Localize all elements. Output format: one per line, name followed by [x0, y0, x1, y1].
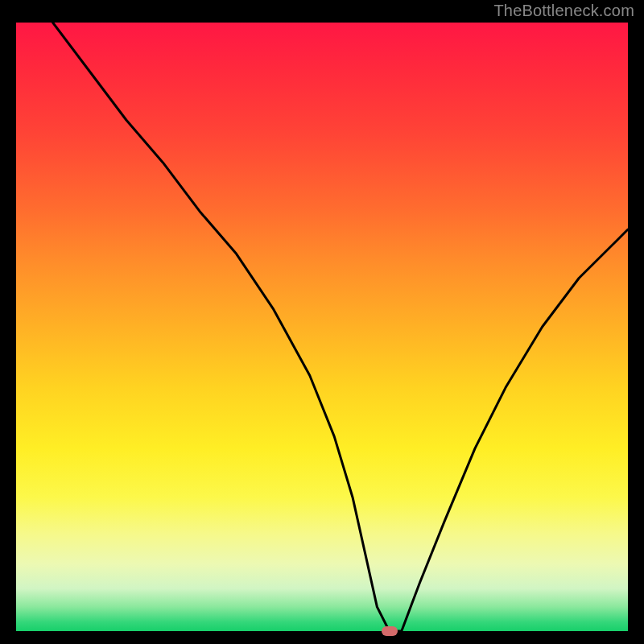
minimum-marker — [382, 626, 398, 636]
bottleneck-curve-path — [53, 23, 628, 631]
plot-area — [16, 23, 628, 631]
curve-svg — [16, 23, 628, 631]
watermark-text: TheBottleneck.com — [493, 2, 634, 20]
chart-frame: TheBottleneck.com — [0, 0, 644, 644]
